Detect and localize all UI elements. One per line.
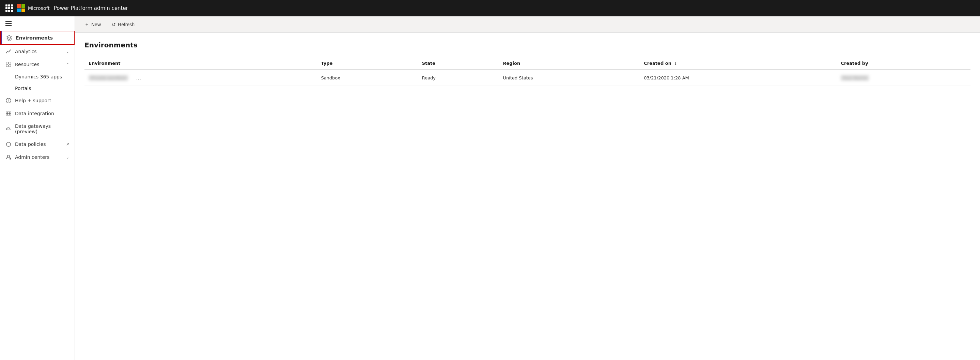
sidebar-item-help-label: Help + support bbox=[15, 98, 69, 103]
analytics-chevron-icon: ⌄ bbox=[66, 49, 69, 54]
waffle-button[interactable] bbox=[5, 5, 13, 12]
sidebar-item-portals[interactable]: Portals bbox=[0, 83, 75, 94]
sort-desc-icon: ↓ bbox=[674, 61, 677, 66]
layers-icon bbox=[6, 35, 12, 41]
sidebar-item-data-policies-label: Data policies bbox=[15, 142, 63, 147]
svg-rect-2 bbox=[6, 65, 8, 67]
col-created-by[interactable]: Created by bbox=[837, 57, 970, 70]
svg-rect-0 bbox=[6, 62, 8, 64]
cell-created-on: 03/21/2020 1:28 AM bbox=[640, 70, 837, 86]
col-environment[interactable]: Environment bbox=[84, 57, 317, 70]
col-type[interactable]: Type bbox=[317, 57, 418, 70]
sidebar-item-dynamics365apps[interactable]: Dynamics 365 apps bbox=[0, 71, 75, 83]
sidebar-item-dynamics365apps-label: Dynamics 365 apps bbox=[15, 74, 62, 80]
sidebar: Environments Analytics ⌄ Resour bbox=[0, 16, 75, 360]
environment-name-blurred: Private sandbox bbox=[89, 75, 128, 81]
data-integration-icon bbox=[5, 110, 11, 116]
environments-table: Environment Type State Region Created on bbox=[84, 57, 970, 86]
col-region[interactable]: Region bbox=[499, 57, 640, 70]
svg-rect-1 bbox=[9, 62, 11, 64]
sidebar-item-data-integration-label: Data integration bbox=[15, 111, 69, 116]
cell-type: Sandbox bbox=[317, 70, 418, 86]
plus-icon: ＋ bbox=[84, 21, 89, 28]
cell-created-by: Your Name bbox=[837, 70, 970, 86]
cell-environment: Private sandbox … bbox=[84, 70, 317, 86]
resources-icon bbox=[5, 61, 11, 67]
app-title: Power Platform admin center bbox=[54, 5, 128, 11]
resources-chevron-icon: ⌃ bbox=[66, 62, 69, 67]
sidebar-item-data-policies[interactable]: Data policies ↗ bbox=[0, 138, 75, 151]
sidebar-item-resources[interactable]: Resources ⌃ bbox=[0, 58, 75, 71]
table-row: Private sandbox … Sandbox Ready United S… bbox=[84, 70, 970, 86]
refresh-button[interactable]: ↺ Refresh bbox=[109, 21, 137, 29]
refresh-button-label: Refresh bbox=[118, 22, 135, 27]
sidebar-item-environments[interactable]: Environments bbox=[0, 31, 75, 45]
page-title: Environments bbox=[84, 41, 970, 49]
help-icon: ? bbox=[5, 97, 11, 104]
sidebar-item-help-support[interactable]: ? Help + support bbox=[0, 94, 75, 107]
new-button-label: New bbox=[91, 22, 101, 27]
sidebar-item-environments-label: Environments bbox=[16, 35, 68, 41]
analytics-icon bbox=[5, 48, 11, 54]
hamburger-button[interactable] bbox=[0, 16, 75, 31]
col-state[interactable]: State bbox=[418, 57, 499, 70]
shield-icon bbox=[5, 141, 11, 147]
sidebar-item-analytics-label: Analytics bbox=[15, 49, 63, 54]
sidebar-item-analytics[interactable]: Analytics ⌄ bbox=[0, 45, 75, 58]
sidebar-item-data-gateways[interactable]: Data gateways (preview) bbox=[0, 120, 75, 138]
refresh-icon: ↺ bbox=[112, 22, 116, 27]
svg-point-11 bbox=[10, 158, 11, 159]
toolbar: ＋ New ↺ Refresh bbox=[75, 16, 980, 33]
sidebar-item-resources-label: Resources bbox=[15, 62, 63, 67]
microsoft-logo: Microsoft bbox=[17, 4, 50, 12]
cloud-icon bbox=[5, 126, 11, 132]
content-area: Environments Environment Type State bbox=[75, 33, 980, 360]
new-button[interactable]: ＋ New bbox=[82, 20, 103, 29]
sidebar-item-portals-label: Portals bbox=[15, 86, 31, 91]
topbar: Microsoft Power Platform admin center bbox=[0, 0, 980, 16]
hamburger-icon bbox=[5, 21, 11, 26]
created-by-blurred: Your Name bbox=[841, 75, 869, 81]
svg-rect-3 bbox=[9, 65, 11, 67]
admin-icon bbox=[5, 154, 11, 160]
microsoft-wordmark: Microsoft bbox=[28, 5, 50, 11]
col-created-on[interactable]: Created on ↓ bbox=[640, 57, 837, 70]
row-more-button[interactable]: … bbox=[134, 74, 143, 81]
main-content: ＋ New ↺ Refresh Environments Environment bbox=[75, 16, 980, 360]
sidebar-item-admin-centers[interactable]: Admin centers ⌄ bbox=[0, 151, 75, 164]
sidebar-item-data-integration[interactable]: Data integration bbox=[0, 107, 75, 120]
cell-region: United States bbox=[499, 70, 640, 86]
admin-centers-chevron-icon: ⌄ bbox=[66, 155, 69, 159]
sidebar-item-admin-centers-label: Admin centers bbox=[15, 155, 63, 160]
cell-state: Ready bbox=[418, 70, 499, 86]
sidebar-item-data-gateways-label: Data gateways (preview) bbox=[15, 123, 69, 134]
svg-point-10 bbox=[8, 155, 10, 157]
external-link-icon: ↗ bbox=[66, 142, 69, 147]
svg-text:?: ? bbox=[8, 99, 10, 103]
